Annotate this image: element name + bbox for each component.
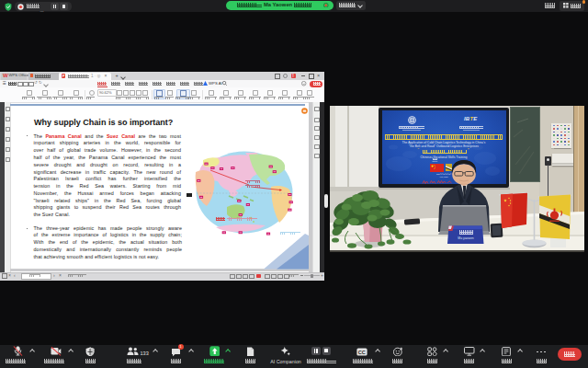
svg-text:CC: CC	[358, 349, 366, 354]
